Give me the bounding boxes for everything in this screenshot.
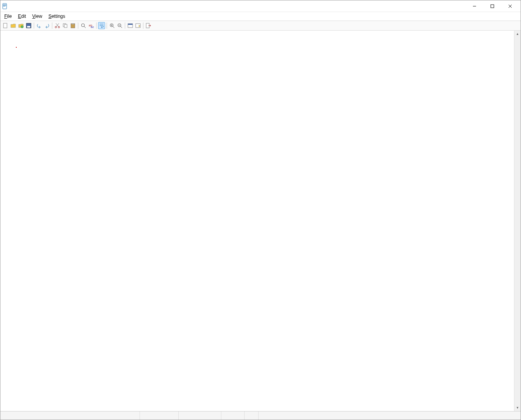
svg-rect-11 xyxy=(72,23,74,24)
status-position xyxy=(0,411,140,420)
menu-file[interactable]: File xyxy=(3,13,13,20)
menu-settings[interactable]: Settings xyxy=(47,13,67,20)
open-icon[interactable] xyxy=(10,22,17,29)
zoomout-icon[interactable] xyxy=(116,22,123,29)
toolbar-separator xyxy=(143,22,143,29)
toolbar-separator xyxy=(78,22,78,29)
menu-help[interactable] xyxy=(70,16,73,17)
toolbar-separator xyxy=(34,22,34,29)
save-icon[interactable] xyxy=(25,22,32,29)
statusbar xyxy=(0,411,521,420)
status-size xyxy=(140,411,179,420)
highlight-annotation xyxy=(16,47,17,48)
scroll-down-icon[interactable]: ▼ xyxy=(514,404,521,411)
scheme-icon[interactable] xyxy=(127,22,134,29)
svg-rect-2 xyxy=(3,23,7,28)
customize-icon[interactable] xyxy=(135,22,141,29)
svg-point-3 xyxy=(21,26,23,28)
minimize-button[interactable] xyxy=(466,0,483,12)
copy-icon[interactable] xyxy=(62,22,69,29)
status-mode[interactable] xyxy=(245,411,259,420)
svg-point-12 xyxy=(81,24,85,27)
window-controls xyxy=(466,0,519,12)
app-icon xyxy=(2,3,8,9)
vertical-scrollbar[interactable]: ▲ ▼ xyxy=(514,31,521,411)
exit-icon[interactable] xyxy=(145,22,152,29)
maximize-button[interactable] xyxy=(483,0,501,12)
replace-icon[interactable]: abac xyxy=(88,22,95,29)
titlebar[interactable] xyxy=(0,0,521,12)
toolbar-separator xyxy=(52,22,52,29)
toolbar-separator xyxy=(107,22,107,29)
app-window: File Edit View Settings abac xyxy=(0,0,521,420)
svg-rect-5 xyxy=(27,26,30,28)
svg-text:ac: ac xyxy=(91,25,94,28)
status-encoding[interactable] xyxy=(179,411,221,420)
svg-rect-18 xyxy=(128,24,133,25)
status-filetype[interactable] xyxy=(259,411,521,420)
paste-icon[interactable] xyxy=(69,22,76,29)
svg-rect-1 xyxy=(491,5,494,8)
toolbar-separator xyxy=(96,22,97,29)
find-icon[interactable] xyxy=(80,22,87,29)
menu-edit[interactable]: Edit xyxy=(16,13,28,20)
menubar: File Edit View Settings xyxy=(0,12,521,21)
text-editor[interactable] xyxy=(16,31,514,411)
new-icon[interactable] xyxy=(2,22,9,29)
line-number-gutter xyxy=(0,31,16,411)
wordwrap-icon[interactable] xyxy=(98,22,105,29)
menu-view[interactable]: View xyxy=(31,13,44,20)
cut-icon[interactable] xyxy=(54,22,61,29)
toolbar-separator xyxy=(125,22,125,29)
status-eol[interactable] xyxy=(221,411,245,420)
svg-rect-9 xyxy=(64,24,67,28)
zoomin-icon[interactable] xyxy=(109,22,116,29)
redo-icon[interactable] xyxy=(43,22,50,29)
editor-area: ▲ ▼ xyxy=(0,31,521,411)
close-button[interactable] xyxy=(501,0,519,12)
scroll-up-icon[interactable]: ▲ xyxy=(514,31,521,37)
toolbar: abac xyxy=(0,21,521,31)
history-icon[interactable] xyxy=(17,22,24,29)
undo-icon[interactable] xyxy=(36,22,43,29)
